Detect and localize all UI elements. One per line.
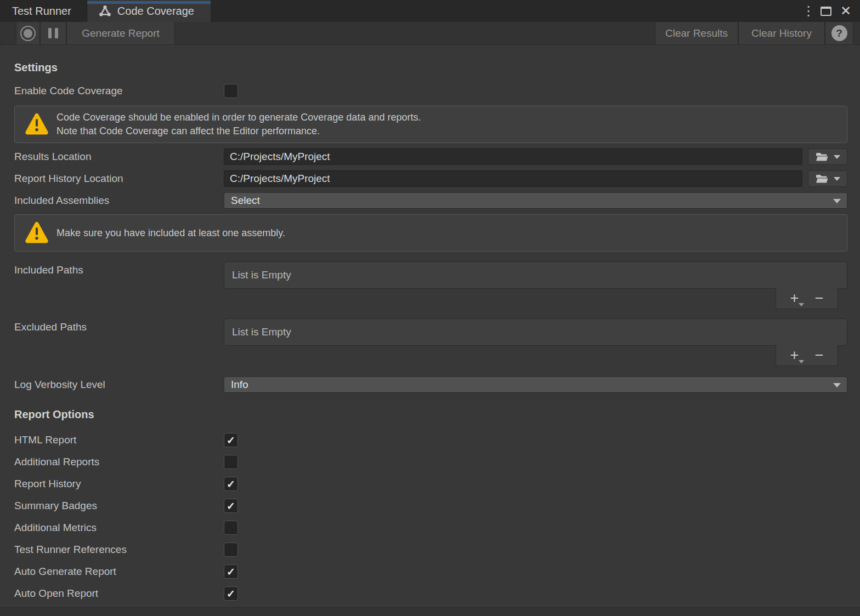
- tab-code-coverage[interactable]: Code Coverage: [87, 0, 211, 22]
- toolbar-spacer: [175, 22, 655, 44]
- plus-icon: +: [790, 347, 799, 363]
- log-verbosity-row: Log Verbosity Level Info: [14, 377, 847, 393]
- additional-reports-checkbox[interactable]: [224, 455, 238, 469]
- clear-history-label: Clear History: [751, 27, 812, 39]
- auto-generate-report-checkbox[interactable]: ✓: [224, 564, 238, 579]
- add-excluded-path-button[interactable]: +: [788, 348, 801, 363]
- enable-warning-box: Code Coverage should be enabled in order…: [14, 106, 847, 143]
- results-location-input[interactable]: C:/Projects/MyProject: [224, 149, 802, 165]
- remove-included-path-button[interactable]: −: [813, 291, 826, 306]
- report-history-location-value: C:/Projects/MyProject: [230, 173, 330, 185]
- results-location-browse-button[interactable]: [808, 149, 847, 165]
- report-history-location-label: Report History Location: [14, 173, 224, 185]
- toolbar: Generate Report Clear Results Clear Hist…: [0, 22, 860, 45]
- chevron-down-icon: [834, 177, 840, 181]
- clear-history-button[interactable]: Clear History: [738, 22, 825, 44]
- remove-excluded-path-button[interactable]: −: [813, 348, 826, 363]
- tab-test-runner-label: Test Runner: [12, 5, 71, 18]
- tab-code-coverage-label: Code Coverage: [117, 5, 194, 18]
- auto-generate-report-label: Auto Generate Report: [14, 566, 224, 578]
- included-assemblies-value: Select: [231, 195, 260, 207]
- generate-report-button[interactable]: Generate Report: [66, 22, 175, 44]
- add-dropdown-caret-icon: [799, 360, 804, 363]
- pause-icon: [48, 28, 58, 38]
- included-assemblies-label: Included Assemblies: [14, 195, 224, 207]
- folder-icon: [816, 152, 829, 162]
- option-row-additional-reports: Additional Reports: [14, 451, 847, 473]
- report-history-location-input[interactable]: C:/Projects/MyProject: [224, 170, 802, 187]
- code-coverage-icon: [98, 4, 112, 18]
- help-button[interactable]: ?: [825, 22, 853, 44]
- summary-badges-checkbox[interactable]: ✓: [224, 499, 238, 513]
- toolbar-gap: [0, 22, 16, 44]
- pause-coverage-button[interactable]: [40, 22, 66, 44]
- log-verbosity-dropdown[interactable]: Info: [224, 377, 847, 393]
- chevron-down-icon: [834, 155, 840, 159]
- excluded-paths-list[interactable]: List is Empty: [224, 318, 847, 346]
- results-location-label: Results Location: [14, 151, 224, 163]
- close-icon[interactable]: ✕: [839, 3, 852, 19]
- code-coverage-window: Test Runner Code Coverage ⋮ ✕: [0, 0, 860, 616]
- log-verbosity-value: Info: [231, 379, 248, 391]
- excluded-paths-empty-text: List is Empty: [232, 326, 291, 338]
- enable-code-coverage-row: Enable Code Coverage: [14, 83, 847, 99]
- maximize-icon[interactable]: [821, 7, 831, 16]
- tab-test-runner[interactable]: Test Runner: [0, 0, 87, 22]
- settings-heading: Settings: [14, 61, 847, 76]
- warning-icon: [25, 112, 49, 137]
- report-history-location-row: Report History Location C:/Projects/MyPr…: [14, 170, 847, 187]
- html-report-checkbox[interactable]: ✓: [224, 433, 238, 447]
- additional-reports-label: Additional Reports: [14, 456, 224, 468]
- summary-badges-label: Summary Badges: [14, 500, 224, 512]
- included-assemblies-row: Included Assemblies Select: [14, 192, 847, 209]
- window-menu-icon[interactable]: ⋮: [802, 0, 813, 22]
- results-location-value: C:/Projects/MyProject: [230, 151, 330, 163]
- results-location-row: Results Location C:/Projects/MyProject: [14, 149, 847, 165]
- additional-metrics-checkbox[interactable]: [224, 521, 238, 535]
- chevron-down-icon: [833, 199, 841, 203]
- record-coverage-button[interactable]: [16, 22, 40, 44]
- help-icon: ?: [831, 25, 847, 41]
- included-paths-empty-text: List is Empty: [232, 269, 291, 281]
- report-history-checkbox[interactable]: ✓: [224, 477, 238, 491]
- generate-report-label: Generate Report: [82, 27, 160, 39]
- included-paths-section: Included Paths List is Empty + −: [14, 261, 847, 309]
- auto-open-report-label: Auto Open Report: [14, 588, 224, 600]
- option-row-summary-badges: Summary Badges ✓: [14, 495, 847, 517]
- record-icon: [20, 26, 36, 41]
- chevron-down-icon: [833, 383, 841, 387]
- option-row-auto-open-report: Auto Open Report ✓: [14, 583, 847, 604]
- plus-icon: +: [790, 290, 799, 306]
- included-paths-list[interactable]: List is Empty: [224, 261, 847, 289]
- html-report-label: HTML Report: [14, 434, 224, 446]
- folder-icon: [816, 174, 829, 184]
- option-row-html-report: HTML Report ✓: [14, 429, 847, 451]
- option-row-additional-metrics: Additional Metrics: [14, 517, 847, 539]
- add-included-path-button[interactable]: +: [788, 291, 801, 306]
- included-assemblies-dropdown[interactable]: Select: [224, 192, 847, 209]
- code-coverage-settings-panel: Settings Enable Code Coverage Code Cover…: [0, 45, 860, 607]
- enable-code-coverage-checkbox[interactable]: [224, 84, 238, 98]
- enable-warning-text: Code Coverage should be enabled in order…: [56, 111, 421, 138]
- excluded-paths-label: Excluded Paths: [14, 318, 224, 366]
- option-row-auto-generate-report: Auto Generate Report ✓: [14, 561, 847, 583]
- add-dropdown-caret-icon: [799, 303, 804, 306]
- excluded-paths-section: Excluded Paths List is Empty + −: [14, 318, 847, 366]
- included-paths-label: Included Paths: [14, 261, 224, 309]
- enable-code-coverage-label: Enable Code Coverage: [14, 85, 224, 97]
- assemblies-warning-text: Make sure you have included at least one…: [56, 226, 285, 240]
- test-runner-references-checkbox[interactable]: [224, 543, 238, 557]
- report-history-label: Report History: [14, 478, 224, 490]
- test-runner-references-label: Test Runner References: [14, 544, 224, 556]
- warning-icon: [25, 221, 49, 246]
- additional-metrics-label: Additional Metrics: [14, 522, 224, 534]
- included-paths-footer: + −: [776, 288, 838, 309]
- report-options-heading: Report Options: [14, 408, 847, 421]
- excluded-paths-footer: + −: [776, 345, 838, 366]
- clear-results-button[interactable]: Clear Results: [655, 22, 738, 44]
- option-row-test-runner-references: Test Runner References: [14, 539, 847, 561]
- clear-results-label: Clear Results: [665, 27, 728, 39]
- auto-open-report-checkbox[interactable]: ✓: [224, 586, 238, 601]
- report-history-browse-button[interactable]: [808, 170, 847, 187]
- toolbar-gap-right: [853, 22, 860, 44]
